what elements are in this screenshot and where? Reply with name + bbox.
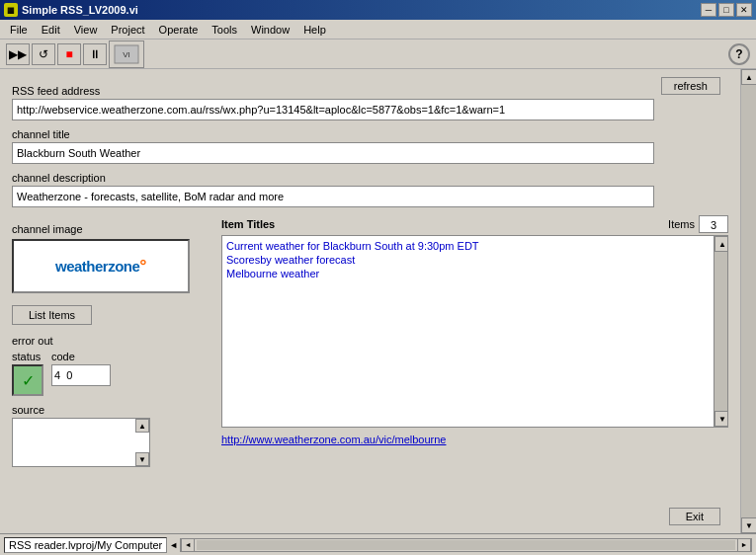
list-scroll-down[interactable]: ▼ — [714, 411, 728, 427]
list-item[interactable]: Current weather for Blackburn South at 9… — [226, 240, 723, 252]
channel-description-input[interactable] — [12, 186, 654, 207]
error-status-row: status ✓ code — [12, 351, 210, 396]
main-scroll-up[interactable]: ▲ — [741, 69, 756, 85]
list-items-button[interactable]: List Items — [12, 305, 92, 325]
channel-title-label: channel title — [12, 128, 728, 140]
rss-feed-input[interactable] — [12, 99, 654, 120]
status-group: status ✓ — [12, 351, 43, 396]
channel-title-input[interactable] — [12, 142, 654, 164]
menu-help[interactable]: Help — [297, 23, 332, 37]
source-scroll-up[interactable]: ▲ — [135, 419, 149, 433]
code-label: code — [51, 351, 111, 362]
run-button[interactable]: ▶▶ — [6, 43, 30, 65]
list-item[interactable]: Melbourne weather — [226, 268, 723, 279]
url-link[interactable]: http://www.weatherzone.com.au/vic/melbou… — [221, 434, 446, 445]
left-column: channel image weatherzone° List Items er… — [12, 215, 210, 467]
status-arrow-left[interactable]: ◄ — [169, 540, 178, 550]
minimize-button[interactable]: ─ — [701, 3, 716, 17]
menu-edit[interactable]: Edit — [36, 23, 66, 37]
status-label: status — [12, 351, 43, 362]
menu-file[interactable]: File — [4, 23, 34, 37]
pause-button[interactable]: ⏸ — [83, 43, 107, 65]
list-item[interactable]: Scoresby weather forecast — [226, 254, 723, 266]
main-scroll-track — [741, 85, 756, 517]
run-continuously-button[interactable]: ↺ — [32, 43, 55, 65]
url-bar: http://www.weatherzone.com.au/vic/melbou… — [221, 434, 728, 445]
status-path: RSS reader.lvproj/My Computer — [4, 537, 167, 553]
row-section: channel image weatherzone° List Items er… — [12, 215, 728, 467]
status-path-text: RSS reader.lvproj/My Computer — [9, 539, 162, 551]
main-scroll-down[interactable]: ▼ — [741, 517, 756, 533]
menu-project[interactable]: Project — [105, 23, 150, 37]
error-out-label: error out — [12, 335, 210, 347]
scroll-left-arrow[interactable]: ◄ — [181, 538, 195, 552]
window-title: Simple RSS_LV2009.vi — [22, 4, 138, 16]
scroll-right-arrow[interactable]: ► — [737, 538, 751, 552]
item-list-scrollbar: ▲ ▼ — [714, 236, 727, 427]
source-box: ▲ ▼ — [12, 418, 150, 467]
status-indicator: ✓ — [12, 364, 43, 396]
maximize-button[interactable]: □ — [718, 3, 734, 17]
exit-button[interactable]: Exit — [669, 508, 720, 525]
help-button[interactable]: ? — [728, 43, 750, 65]
status-scroll: ◄ ► — [180, 538, 752, 552]
items-count-box: 3 — [699, 215, 728, 233]
menu-operate[interactable]: Operate — [153, 23, 205, 37]
item-list-box: Current weather for Blackburn South at 9… — [221, 235, 728, 428]
source-label: source — [12, 404, 210, 416]
title-bar: ▦ Simple RSS_LV2009.vi ─ □ ✕ — [0, 0, 756, 20]
status-bar: RSS reader.lvproj/My Computer ◄ ◄ ► — [0, 533, 756, 555]
svg-text:VI: VI — [123, 50, 130, 59]
channel-image-box: weatherzone° — [12, 239, 190, 293]
code-input[interactable] — [51, 364, 111, 386]
toolbar: ▶▶ ↺ ■ ⏸ VI ? — [0, 40, 756, 69]
right-column: Item Titles Items 3 Current weather for … — [221, 215, 728, 467]
close-button[interactable]: ✕ — [736, 3, 752, 17]
list-scroll-track — [714, 252, 727, 411]
item-list-inner: Current weather for Blackburn South at 9… — [222, 236, 727, 285]
title-bar-controls: ─ □ ✕ — [701, 3, 752, 17]
channel-description-label: channel description — [12, 172, 728, 184]
weatherzone-logo: weatherzone° — [55, 256, 146, 277]
items-count-label: Items — [668, 218, 695, 230]
main-scrollbar: ▲ ▼ — [740, 69, 756, 533]
main-content: refresh RSS feed address channel title c… — [0, 69, 756, 533]
channel-image-label: channel image — [12, 223, 210, 235]
vi-thumbnail: VI — [109, 40, 144, 68]
title-bar-text: ▦ Simple RSS_LV2009.vi — [4, 3, 138, 17]
menu-tools[interactable]: Tools — [206, 23, 243, 37]
item-titles-label: Item Titles — [221, 218, 275, 230]
menu-window[interactable]: Window — [245, 23, 295, 37]
list-scroll-up[interactable]: ▲ — [714, 236, 728, 252]
status-scroll-track — [197, 540, 735, 550]
rss-feed-label: RSS feed address — [12, 85, 728, 97]
content-area: refresh RSS feed address channel title c… — [0, 69, 740, 533]
menu-view[interactable]: View — [68, 23, 104, 37]
abort-button[interactable]: ■ — [57, 43, 81, 65]
source-scroll-down[interactable]: ▼ — [135, 452, 149, 466]
code-group: code — [51, 351, 111, 386]
app-icon: ▦ — [4, 3, 18, 17]
source-group: source ▲ ▼ — [12, 404, 210, 467]
items-header: Item Titles Items 3 — [221, 215, 728, 233]
checkmark-icon: ✓ — [22, 371, 35, 390]
refresh-button[interactable]: refresh — [661, 77, 720, 95]
vi-thumbnail-svg: VI — [113, 43, 140, 65]
menu-bar: File Edit View Project Operate Tools Win… — [0, 20, 756, 40]
